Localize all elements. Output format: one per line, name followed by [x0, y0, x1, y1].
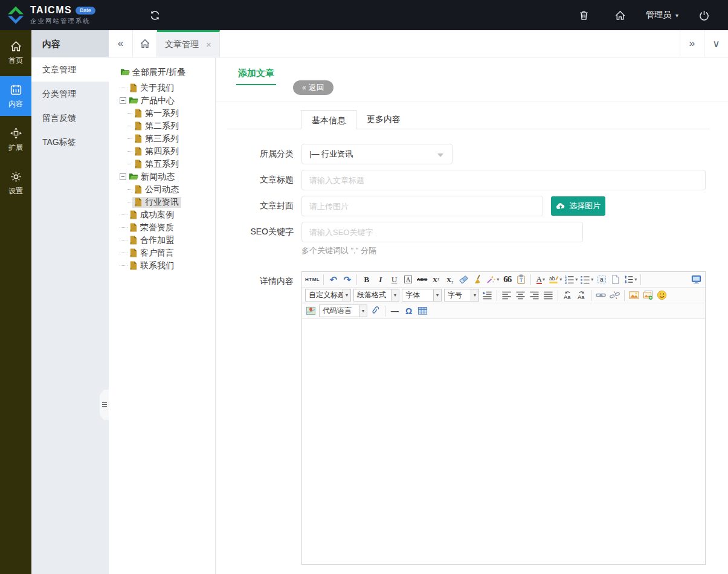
align-justify-icon	[543, 290, 553, 300]
emotion-button[interactable]	[656, 289, 668, 302]
refresh-button[interactable]	[144, 4, 166, 26]
anchor-button[interactable]: a	[595, 273, 608, 286]
logout-button[interactable]	[693, 4, 715, 26]
tab-home-button[interactable]	[133, 30, 157, 57]
clear-cache-button[interactable]	[573, 4, 595, 26]
tree-collapse-icon[interactable]	[120, 97, 126, 104]
eraser-button[interactable]	[457, 273, 470, 286]
editor-content-area[interactable]	[302, 319, 705, 564]
svg-text:3: 3	[565, 281, 567, 285]
tree-node[interactable]: 第五系列	[120, 158, 215, 170]
close-tab-icon[interactable]: ×	[206, 39, 211, 50]
app-logo[interactable]: TAICMS Bate 企业网站管理系统	[0, 5, 121, 25]
to-uppercase-button[interactable]: Aa	[561, 289, 574, 302]
new-page-button[interactable]	[609, 273, 622, 286]
sidebar-collapse-handle[interactable]	[100, 390, 109, 420]
paste-filter-button[interactable]: T	[515, 273, 527, 286]
italic-button[interactable]: I	[374, 273, 387, 286]
tree-node[interactable]: 关于我们	[120, 82, 215, 94]
special-char-button[interactable]: Ω	[402, 305, 415, 317]
ordered-list-button[interactable]: 123▾	[564, 273, 578, 286]
fullscreen-button[interactable]	[690, 273, 703, 286]
subscript-button[interactable]: X₂	[443, 273, 456, 286]
blockquote-button[interactable]: 66	[501, 273, 514, 286]
tab-more-content[interactable]: 更多内容	[356, 109, 411, 129]
indent-button[interactable]	[481, 289, 494, 302]
seo-keywords-input[interactable]	[301, 222, 583, 242]
custom-title-select[interactable]: 自定义标题▾	[305, 289, 351, 302]
image-manager-button[interactable]	[642, 289, 654, 302]
paragraph-select[interactable]: 段落格式▾	[353, 289, 399, 302]
tree-node[interactable]: 公司动态	[120, 183, 215, 196]
tree-node[interactable]: 产品中心	[120, 94, 215, 107]
table-button[interactable]	[416, 305, 429, 317]
tree-node[interactable]: 联系我们	[120, 259, 215, 272]
undo-button[interactable]: ↶	[327, 273, 340, 286]
menu-item-article[interactable]: 文章管理	[31, 57, 109, 82]
redo-button[interactable]: ↷	[341, 273, 353, 286]
tree-node[interactable]: 第三系列	[120, 132, 215, 145]
sidebar-item-settings[interactable]: 设置	[0, 163, 31, 203]
font-border-button[interactable]: A	[402, 273, 414, 286]
align-center-button[interactable]	[514, 289, 527, 302]
superscript-button[interactable]: X²	[430, 273, 442, 286]
tab-article-management[interactable]: 文章管理 ×	[157, 30, 220, 57]
map-button[interactable]	[304, 305, 317, 317]
sidebar-item-content[interactable]: 内容	[0, 76, 31, 116]
tree-node-label: 公司动态	[145, 184, 179, 195]
cover-input[interactable]	[301, 196, 543, 216]
bold-button[interactable]: B	[360, 273, 373, 286]
tab-basic-info[interactable]: 基本信息	[301, 110, 356, 129]
font-family-select[interactable]: 字体▾	[402, 289, 442, 302]
tabs-collapse-left-button[interactable]: «	[109, 30, 133, 57]
choose-image-button[interactable]: 选择图片	[551, 196, 605, 216]
tabs-menu-button[interactable]: ∨	[704, 30, 728, 57]
strikethrough-button[interactable]: ABC	[416, 273, 428, 286]
align-justify-button[interactable]	[542, 289, 555, 302]
site-home-button[interactable]	[610, 4, 631, 26]
menu-item-tag[interactable]: TAG标签	[31, 130, 109, 154]
app-subtitle: 企业网站管理系统	[30, 17, 95, 25]
insert-image-button[interactable]	[628, 289, 640, 302]
font-color-button[interactable]: A▾	[534, 273, 547, 286]
tree-collapse-icon[interactable]	[120, 173, 126, 180]
user-menu[interactable]: 管理员 ▾	[646, 10, 678, 21]
tree-node[interactable]: 合作加盟	[120, 234, 215, 247]
sidebar-item-home[interactable]: 首页	[0, 33, 31, 73]
line-height-button[interactable]: ▾	[623, 273, 637, 286]
code-language-select[interactable]: 代码语言▾	[319, 305, 367, 317]
menu-item-category[interactable]: 分类管理	[31, 82, 109, 106]
format-brush-button[interactable]	[471, 273, 484, 286]
unordered-list-button[interactable]: ▾	[579, 273, 594, 286]
tree-node[interactable]: 第一系列	[120, 107, 215, 120]
to-lowercase-button[interactable]: Aa	[575, 289, 588, 302]
horizontal-rule-button[interactable]: —	[388, 305, 401, 317]
category-select[interactable]: |— 行业资讯	[301, 144, 453, 164]
file-icon	[133, 108, 143, 118]
auto-typeset-button[interactable]: ▾	[485, 273, 500, 286]
tree-node[interactable]: 新闻动态	[120, 170, 215, 183]
tree-toggle-all[interactable]: 全部展开/折叠	[120, 66, 215, 79]
tree-node[interactable]: 第二系列	[120, 120, 215, 132]
menu-item-feedback[interactable]: 留言反馈	[31, 106, 109, 130]
unlink-button[interactable]	[608, 289, 621, 302]
title-input[interactable]	[301, 170, 706, 190]
font-size-select[interactable]: 字号▾	[444, 289, 479, 302]
underline-button[interactable]: U	[388, 273, 401, 286]
highlight-button[interactable]: ab▾	[548, 273, 562, 286]
align-left-button[interactable]	[500, 289, 513, 302]
tree-node[interactable]: 客户留言	[120, 247, 215, 259]
tree-node[interactable]: 第四系列	[120, 145, 215, 158]
tree-node[interactable]: 行业资讯	[120, 196, 215, 208]
source-code-button[interactable]: HTML	[304, 273, 320, 286]
link-button[interactable]	[594, 289, 607, 302]
tree-node[interactable]: 成功案例	[120, 208, 215, 221]
tree-node[interactable]: 荣誉资质	[120, 221, 215, 234]
sidebar-item-extend[interactable]: 扩展	[0, 120, 31, 160]
file-icon	[128, 248, 138, 258]
tree-connector	[120, 88, 127, 88]
attachment-button[interactable]	[369, 305, 382, 317]
back-button[interactable]: «返回	[293, 80, 333, 95]
align-right-button[interactable]	[528, 289, 541, 302]
tabs-scroll-right-button[interactable]: »	[680, 30, 704, 57]
